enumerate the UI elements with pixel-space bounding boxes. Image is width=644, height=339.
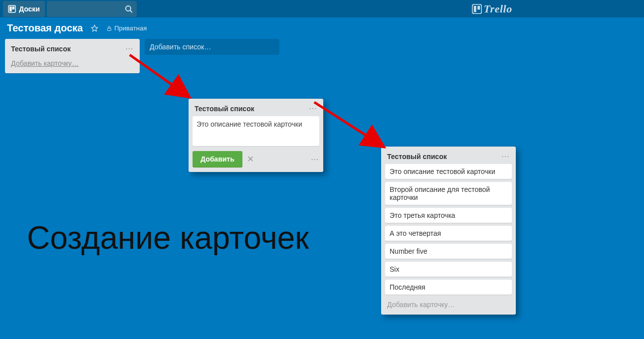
board-canvas: Тестовый список ⋯ Добавить карточку… Доб… [0,39,644,73]
boards-button[interactable]: Доски [3,1,45,17]
composer-options-icon[interactable]: ⋯ [311,155,319,164]
svg-rect-5 [472,4,481,14]
svg-rect-8 [108,28,111,30]
list-step2: Тестовый список ⋯ Это описание тестовой … [189,99,323,172]
board-header: Тестовая доска Приватная [0,17,644,39]
list-menu-icon[interactable]: ⋯ [125,44,134,53]
svg-rect-1 [9,6,12,11]
boards-button-label: Доски [19,5,40,13]
boards-icon [8,5,16,13]
card[interactable]: Это описание тестовой карточки [385,164,512,179]
svg-rect-2 [12,6,15,9]
add-card-link[interactable]: Добавить карточку… [384,298,513,312]
list-title[interactable]: Тестовый список [11,45,71,53]
svg-rect-7 [477,6,480,10]
list-title[interactable]: Тестовый список [387,153,447,161]
card[interactable]: А это четвертая [385,226,512,241]
composer-controls: Добавить × ⋯ [192,150,320,169]
app-logo: Trello [472,2,512,15]
board-name[interactable]: Тестовая доска [7,22,83,34]
card-composer-textarea[interactable]: Это описание тестовой карточки [193,116,319,146]
privacy-indicator[interactable]: Приватная [106,24,147,32]
svg-point-3 [126,6,131,11]
slide-caption: Создание карточек [27,219,309,256]
star-button[interactable] [91,24,98,32]
app-header: Доски Trello [0,0,644,17]
card[interactable]: Number five [385,244,512,259]
svg-rect-6 [473,6,476,12]
svg-line-4 [130,10,132,12]
list-step3: Тестовый список ⋯ Это описание тестовой … [381,147,516,315]
add-card-link[interactable]: Добавить карточку… [8,56,137,70]
add-list-button[interactable]: Добавить список… [145,39,279,55]
card[interactable]: Six [385,262,512,277]
list-title[interactable]: Тестовый список [195,105,254,113]
list-step1: Тестовый список ⋯ Добавить карточку… [5,39,140,73]
card[interactable]: Последняя [385,280,512,295]
svg-line-10 [314,102,384,147]
search-input[interactable] [47,1,137,17]
list-menu-icon[interactable]: ⋯ [309,104,317,113]
add-card-button[interactable]: Добавить [193,151,242,167]
card[interactable]: Это третья карточка [385,208,512,223]
lock-icon [106,25,112,31]
list-menu-icon[interactable]: ⋯ [501,152,510,161]
search-icon [125,5,133,13]
close-icon[interactable]: × [247,154,254,165]
card[interactable]: Второй описание для тестовой карточки [385,182,512,205]
